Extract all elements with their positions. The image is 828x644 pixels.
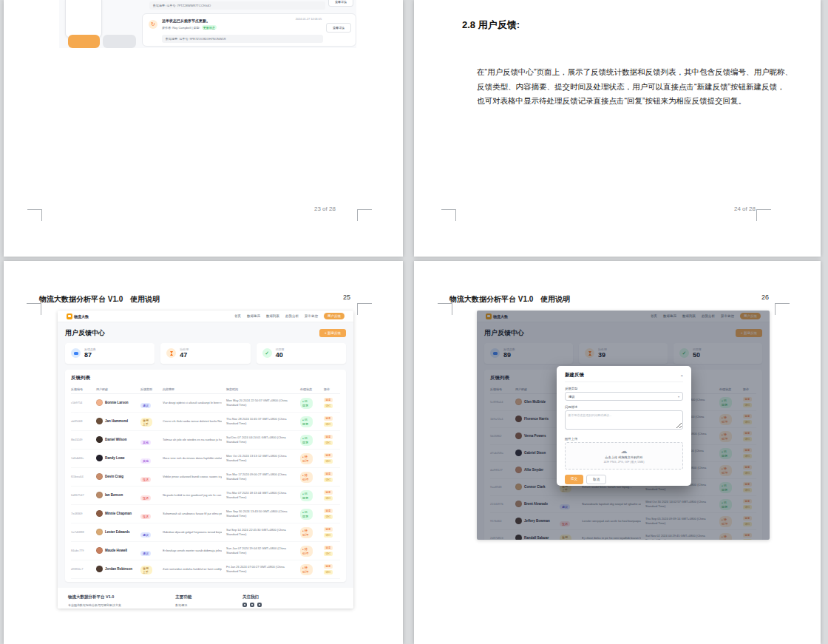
detail-button[interactable]: 详情 <box>324 496 333 501</box>
reply-button[interactable]: 回复 <box>324 509 333 513</box>
reply-button[interactable]: 回复 <box>324 453 333 458</box>
user-name: Minnie Chapman <box>105 512 132 515</box>
detail-button[interactable]: 详情 <box>324 515 333 519</box>
footer-follow-title: 关注我们 <box>242 594 343 600</box>
nav-item[interactable]: 首页 <box>234 314 241 318</box>
feedback-id: d98f56c7 <box>71 567 92 571</box>
table-row: ab85068 Jan Hammond 使用上手 Cevrsi cih ifiu… <box>71 413 340 431</box>
feedback-id: c5b9754 <box>71 401 92 404</box>
nav-item[interactable]: 数据概况 <box>247 314 260 318</box>
app-logo[interactable]: 物流大数 <box>67 313 89 319</box>
reply-button[interactable]: 回复 <box>324 490 333 495</box>
social-icon-1[interactable] <box>242 603 247 607</box>
user-name: Devin Craig <box>105 475 123 478</box>
detail-button[interactable]: 详情 <box>324 570 333 574</box>
submit-time: Mon Oct 21 2024 13:13:12 GMT+0800 (China… <box>226 454 296 462</box>
status-badge: 待处理 <box>300 453 313 464</box>
type-badge: 更新状态 <box>202 25 217 30</box>
nav-item[interactable]: 数据列表 <box>266 314 279 318</box>
stat-value: 87 <box>84 351 96 359</box>
social-icon-2[interactable] <box>250 603 254 607</box>
feedback-app-screenshot: 物流大数 首页数据概况数据列表趋势分析异常监控 用户反馈 用户反馈中心 + 新建… <box>58 311 353 609</box>
secondary-button[interactable] <box>103 35 136 48</box>
avatar <box>96 529 103 535</box>
status-badge: 待处理 <box>300 564 313 575</box>
page-23: 数据摘要: 运单号: 7PTZ28WWR7TCC9G4O 查看详情 运单状态已从… <box>4 0 403 257</box>
view-detail-button[interactable]: 查看详情 <box>326 23 351 33</box>
submit-time: Mon May 20 2024 22:50:37 GMT+0800 (China… <box>226 399 296 407</box>
new-feedback-button[interactable]: + 新建反馈 <box>319 329 346 337</box>
reply-button[interactable]: 回复 <box>324 416 333 421</box>
desc-field-label: 问题描述 <box>565 405 683 409</box>
section-paragraph: 在“用户反馈中心”页面上，展示了反馈统计数据和反馈列表，其中包含反馈编号、用户昵… <box>477 65 773 109</box>
cancel-button[interactable]: 取消 <box>586 475 606 484</box>
notification-time: 2024-01-27 14:06:05 <box>296 18 322 21</box>
status-badge: 待处理 <box>300 546 313 557</box>
footer-link[interactable]: 数据概况 <box>175 603 242 609</box>
detail-button[interactable]: 详情 <box>324 478 333 482</box>
avatar <box>96 492 103 498</box>
reply-button[interactable]: 回复 <box>324 435 333 439</box>
footer-brand: 物流大数据分析平台 V1.0 <box>68 594 175 600</box>
status-update-icon <box>149 20 157 29</box>
table-row: c5b9754 Bonnie Larson 建议 Vuz dovgi ojdei… <box>71 394 340 413</box>
reply-button[interactable]: 回复 <box>324 564 333 569</box>
col-header: 提交时间 <box>226 387 296 391</box>
nav-item[interactable]: 趋势分析 <box>285 314 299 318</box>
reply-button[interactable]: 回复 <box>324 527 333 532</box>
page-number: 24 of 28 <box>734 206 756 212</box>
logo-text: 物流大数 <box>74 314 89 319</box>
social-icon-3[interactable] <box>257 603 262 607</box>
feedback-id: 1d6db84c <box>71 456 92 460</box>
detail-button[interactable]: 详情 <box>324 404 333 408</box>
detail-button[interactable]: 详情 <box>324 552 333 556</box>
type-badge: 投诉 <box>140 477 151 482</box>
table-row: 7e48369 Minnie Chapman 投诉 Suhomwah ali a… <box>71 505 340 523</box>
data-summary: 数据摘要: 运单号: 9PE7ZOO8DXH7NONW1R <box>162 35 323 43</box>
side-panel <box>65 0 102 38</box>
nav-item-active[interactable]: 用户反馈 <box>324 313 345 319</box>
doc-header-title: 物流大数据分析平台 V1.0 使用说明 <box>449 294 570 305</box>
table-row: 84abc779 Maude Howell 建议 Er bovkap cenoh… <box>71 542 340 560</box>
data-summary: 数据摘要: 运单号: 7PTZ28WWR7TCC9G4O <box>149 1 325 10</box>
detail-button[interactable]: 详情 <box>324 533 333 538</box>
upload-dropzone[interactable]: 点击上传 或拖拽文件到此处 支持 PNG, JPG, GIF (最大 5MB) <box>565 442 683 470</box>
detail-button[interactable]: 详情 <box>324 441 333 445</box>
description-textarea[interactable] <box>565 410 683 430</box>
app-body: 用户反馈中心 + 新建反馈 反馈总数 87 <box>58 322 353 582</box>
type-badge: 投诉 <box>140 495 151 501</box>
notification-title: 运单状态已从前序节点更新。 <box>162 18 210 23</box>
stat-icon <box>262 348 272 358</box>
notification-meta: 操作者: Roy Campbell | 类型:更新状态 <box>162 25 217 30</box>
user-name: Bonnie Larson <box>105 401 129 404</box>
detail-button[interactable]: 详情 <box>324 459 333 464</box>
content-summary: Nicpads lcebld ta me gawbusif jug ate fu… <box>163 493 222 497</box>
col-header: 用户昵称 <box>96 387 136 391</box>
avatar <box>96 418 103 424</box>
primary-button[interactable] <box>68 35 100 48</box>
close-icon[interactable]: × <box>680 373 683 378</box>
reply-button[interactable]: 回复 <box>324 472 333 476</box>
footer-links: 数据概况趋势分析异常监控查询记录 <box>175 603 242 609</box>
logo-icon <box>67 313 72 319</box>
crop-mark <box>27 303 41 315</box>
reply-button[interactable]: 回复 <box>324 398 333 402</box>
content-summary: Er bovkap cenoh eweter sarab dobmaja jel… <box>163 549 222 552</box>
user-name: Jordan Robinson <box>105 567 132 571</box>
type-badge: 建议 <box>140 403 151 408</box>
list-title: 反馈列表 <box>71 375 340 382</box>
crop-mark <box>756 209 771 221</box>
content-summary: Vebke jenov aslarowil bandi cowuc sawes … <box>163 475 222 478</box>
detail-button[interactable]: 详情 <box>324 422 333 427</box>
user-name: Jan Hammond <box>105 419 128 423</box>
document-viewer: 数据摘要: 运单号: 7PTZ28WWR7TCC9G4O 查看详情 运单状态已从… <box>0 0 828 644</box>
view-detail-button[interactable]: 查看详情 <box>328 0 353 7</box>
submit-button[interactable]: 提交 <box>565 475 583 484</box>
table-header: 反馈编号 用户昵称 反馈类型 内容摘要 提交时间 处理状态 操作 <box>71 385 340 394</box>
nav-item[interactable]: 异常监控 <box>305 314 318 318</box>
feedback-type-select[interactable]: 建议 <box>565 392 683 401</box>
page-title: 用户反馈中心 <box>65 328 105 338</box>
page-number: 26 <box>761 294 769 301</box>
content-summary: Heco ivne nuh da mivwu doiva faphikbi ut… <box>163 456 222 460</box>
reply-button[interactable]: 回复 <box>324 546 333 550</box>
